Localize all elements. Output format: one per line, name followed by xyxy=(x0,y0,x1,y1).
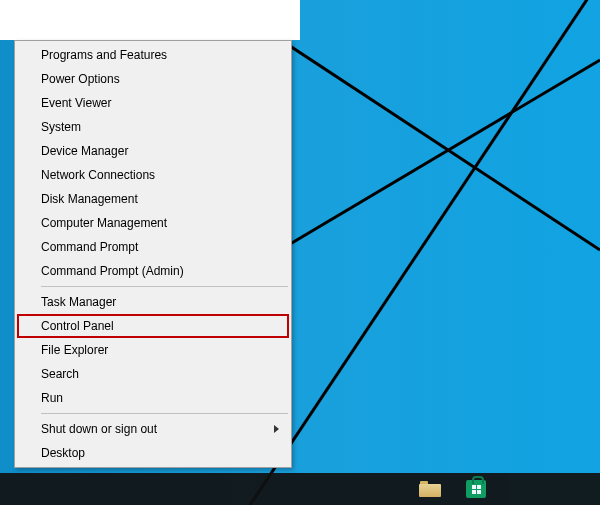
menu-device-manager[interactable]: Device Manager xyxy=(17,139,289,163)
store-icon xyxy=(466,480,486,498)
menu-item-label: Programs and Features xyxy=(41,48,167,62)
menu-system[interactable]: System xyxy=(17,115,289,139)
menu-item-label: Computer Management xyxy=(41,216,167,230)
menu-network-connections[interactable]: Network Connections xyxy=(17,163,289,187)
menu-item-label: Search xyxy=(41,367,79,381)
menu-shut-down-or-sign-out[interactable]: Shut down or sign out xyxy=(17,417,289,441)
menu-item-label: Event Viewer xyxy=(41,96,111,110)
menu-separator xyxy=(41,413,288,414)
menu-disk-management[interactable]: Disk Management xyxy=(17,187,289,211)
menu-item-label: Control Panel xyxy=(41,319,114,333)
menu-item-label: Disk Management xyxy=(41,192,138,206)
windows-store-taskbar[interactable] xyxy=(453,473,499,505)
menu-power-options[interactable]: Power Options xyxy=(17,67,289,91)
menu-item-label: File Explorer xyxy=(41,343,108,357)
menu-command-prompt-admin[interactable]: Command Prompt (Admin) xyxy=(17,259,289,283)
menu-task-manager[interactable]: Task Manager xyxy=(17,290,289,314)
menu-item-label: Command Prompt (Admin) xyxy=(41,264,184,278)
menu-computer-management[interactable]: Computer Management xyxy=(17,211,289,235)
taskbar[interactable] xyxy=(0,473,600,505)
menu-event-viewer[interactable]: Event Viewer xyxy=(17,91,289,115)
winx-context-menu: Programs and FeaturesPower OptionsEvent … xyxy=(14,40,292,468)
menu-item-label: Device Manager xyxy=(41,144,128,158)
submenu-arrow-icon xyxy=(274,425,279,433)
menu-file-explorer[interactable]: File Explorer xyxy=(17,338,289,362)
menu-desktop[interactable]: Desktop xyxy=(17,441,289,465)
desktop[interactable]: Programs and FeaturesPower OptionsEvent … xyxy=(0,0,600,505)
menu-item-label: Power Options xyxy=(41,72,120,86)
menu-run[interactable]: Run xyxy=(17,386,289,410)
menu-search[interactable]: Search xyxy=(17,362,289,386)
taskbar-spacer xyxy=(0,473,407,505)
menu-command-prompt[interactable]: Command Prompt xyxy=(17,235,289,259)
menu-item-label: Command Prompt xyxy=(41,240,138,254)
menu-item-label: System xyxy=(41,120,81,134)
menu-separator xyxy=(41,286,288,287)
menu-item-label: Run xyxy=(41,391,63,405)
menu-programs-and-features[interactable]: Programs and Features xyxy=(17,43,289,67)
menu-item-label: Network Connections xyxy=(41,168,155,182)
file-explorer-taskbar[interactable] xyxy=(407,473,453,505)
menu-item-label: Desktop xyxy=(41,446,85,460)
menu-item-label: Task Manager xyxy=(41,295,116,309)
white-top-area xyxy=(0,0,300,40)
svg-line-1 xyxy=(250,0,600,505)
folder-icon xyxy=(419,481,441,497)
menu-control-panel[interactable]: Control Panel xyxy=(17,314,289,338)
menu-item-label: Shut down or sign out xyxy=(41,422,157,436)
